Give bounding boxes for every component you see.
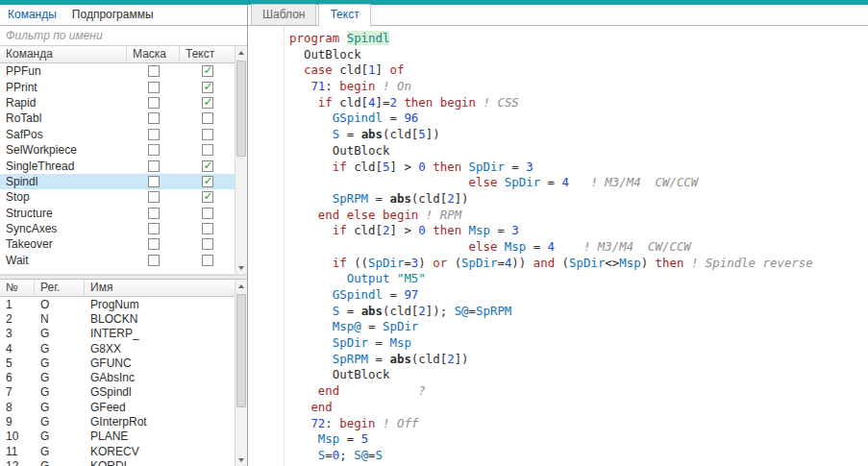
command-row[interactable]: PPFun xyxy=(0,63,235,79)
command-row[interactable]: Stop xyxy=(0,189,235,205)
register-row[interactable]: 4GG8XX xyxy=(0,341,235,356)
code-line: case cld[1] of xyxy=(289,62,868,79)
scroll-thumb[interactable] xyxy=(236,61,246,157)
register-cell: G xyxy=(35,401,85,414)
command-row[interactable]: Wait xyxy=(0,253,235,268)
register-row[interactable]: 2NBLOCKN xyxy=(0,311,235,326)
mask-checkbox[interactable] xyxy=(148,176,160,187)
code-line: end ? xyxy=(289,383,868,400)
scroll-down-button[interactable] xyxy=(236,261,247,274)
scroll-thumb[interactable] xyxy=(236,294,246,407)
register-cell: 1 xyxy=(0,298,35,311)
header-name[interactable]: Имя xyxy=(85,280,235,296)
header-text[interactable]: Текст xyxy=(180,46,235,62)
app: Команды Подпрограммы Команда Маска Текст… xyxy=(0,5,868,466)
code-line: 71: begin ! On xyxy=(289,79,868,95)
register-cell: INTERP_ xyxy=(85,327,235,340)
register-row[interactable]: 6GGAbsInc xyxy=(0,370,235,384)
code-line: Msp = 5 xyxy=(289,431,868,448)
command-name: PPFun xyxy=(0,64,127,78)
command-row[interactable]: Spindl xyxy=(0,174,235,189)
command-name: Structure xyxy=(0,207,127,220)
tab-subprograms[interactable]: Подпрограммы xyxy=(64,5,161,25)
text-checkbox[interactable] xyxy=(202,97,213,109)
text-checkbox[interactable] xyxy=(202,160,213,172)
register-cell: 6 xyxy=(0,371,35,384)
register-cell: G xyxy=(35,459,85,466)
scroll-up-button[interactable] xyxy=(236,46,247,59)
command-row[interactable]: PPrint xyxy=(0,79,235,94)
text-checkbox[interactable] xyxy=(202,144,213,156)
text-checkbox[interactable] xyxy=(202,129,213,140)
scroll-track[interactable] xyxy=(236,59,247,261)
register-cell: PLANE xyxy=(85,429,235,443)
text-checkbox[interactable] xyxy=(202,112,213,124)
register-cell: G xyxy=(35,342,85,356)
register-cell: 5 xyxy=(0,356,35,370)
code-editor[interactable]: program Spindl OutBlock case cld[1] of 7… xyxy=(248,26,868,466)
register-row[interactable]: 8GGFeed xyxy=(0,400,235,414)
arrow-down-icon xyxy=(238,458,244,462)
command-name: Stop xyxy=(0,190,127,204)
command-row[interactable]: Rapid xyxy=(0,95,235,110)
text-checkbox[interactable] xyxy=(202,191,213,203)
editor-tabbar: Шаблон Текст xyxy=(248,5,868,26)
registers-scrollbar[interactable] xyxy=(235,280,247,466)
register-cell: GAbsInc xyxy=(85,371,235,384)
text-checkbox[interactable] xyxy=(202,208,213,219)
register-row[interactable]: 1OProgNum xyxy=(0,297,235,311)
mask-checkbox[interactable] xyxy=(148,160,160,172)
text-checkbox[interactable] xyxy=(202,255,213,266)
mask-checkbox[interactable] xyxy=(148,144,160,156)
mask-checkbox[interactable] xyxy=(148,191,160,203)
register-row[interactable]: 7GGSpindl xyxy=(0,385,235,400)
register-cell: ProgNum xyxy=(85,298,235,311)
text-checkbox[interactable] xyxy=(202,65,213,77)
header-mask[interactable]: Маска xyxy=(127,46,180,62)
header-command[interactable]: Команда xyxy=(0,46,127,62)
text-checkbox[interactable] xyxy=(202,238,213,250)
mask-checkbox[interactable] xyxy=(148,255,160,266)
code-line: Output "M5" xyxy=(289,271,868,287)
scroll-track[interactable] xyxy=(236,292,247,454)
command-row[interactable]: SafPos xyxy=(0,127,235,142)
register-row[interactable]: 3GINTERP_ xyxy=(0,327,235,341)
filter-by-name-input[interactable] xyxy=(0,26,247,45)
register-cell: 11 xyxy=(0,445,35,458)
mask-checkbox[interactable] xyxy=(148,208,160,219)
mask-checkbox[interactable] xyxy=(148,65,160,77)
mask-checkbox[interactable] xyxy=(148,238,160,250)
mask-checkbox[interactable] xyxy=(148,112,160,124)
mask-checkbox[interactable] xyxy=(148,97,160,109)
command-row[interactable]: Takeover xyxy=(0,236,235,252)
command-row[interactable]: SingleThread xyxy=(0,158,235,173)
code-area[interactable]: program Spindl OutBlock case cld[1] of 7… xyxy=(284,26,868,466)
command-row[interactable]: SelWorkpiece xyxy=(0,142,235,158)
tab-template[interactable]: Шаблон xyxy=(251,4,316,25)
register-row[interactable]: 12GKORDL xyxy=(0,458,235,466)
mask-checkbox[interactable] xyxy=(148,223,160,234)
mask-checkbox[interactable] xyxy=(148,82,160,93)
register-row[interactable]: 9GGInterpRot xyxy=(0,414,235,429)
register-row[interactable]: 11GKORECV xyxy=(0,444,235,458)
header-register[interactable]: Рег. xyxy=(35,280,85,296)
text-checkbox[interactable] xyxy=(202,176,213,187)
text-checkbox[interactable] xyxy=(202,82,213,93)
command-row[interactable]: RoTabl xyxy=(0,110,235,126)
command-row[interactable]: Structure xyxy=(0,206,235,221)
command-row[interactable]: SyncAxes xyxy=(0,221,235,236)
command-name: SelWorkpiece xyxy=(0,143,127,157)
code-line: else SpDir = 4 ! M3/M4 CW/CCW xyxy=(289,175,868,191)
tab-commands[interactable]: Команды xyxy=(0,5,64,25)
tab-text[interactable]: Текст xyxy=(318,4,370,26)
register-row[interactable]: 5GGFUNC xyxy=(0,356,235,370)
scroll-up-button[interactable] xyxy=(236,280,247,292)
scroll-down-button[interactable] xyxy=(236,454,247,466)
text-checkbox[interactable] xyxy=(202,223,213,234)
commands-scrollbar[interactable] xyxy=(235,46,247,274)
right-panel: Шаблон Текст program Spindl OutBlock cas… xyxy=(248,5,868,466)
register-row[interactable]: 10GPLANE xyxy=(0,429,235,444)
mask-checkbox[interactable] xyxy=(148,129,160,140)
code-line: program Spindl xyxy=(289,31,868,47)
header-number[interactable]: № xyxy=(0,280,35,296)
